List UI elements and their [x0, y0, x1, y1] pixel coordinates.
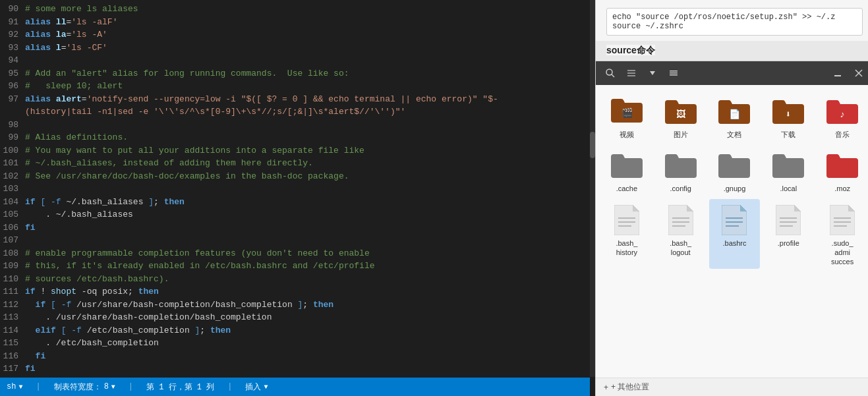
menu-button[interactable] — [664, 64, 683, 82]
fm-content[interactable]: 🎬 视频 🖼 图片 — [596, 85, 868, 378]
file-item-bashrc[interactable]: .bashrc — [709, 199, 761, 269]
shell-dropdown-icon: ▼ — [18, 383, 22, 391]
code-line-111: 111 if ! shopt -oq posix; then — [0, 285, 590, 298]
editor-scrollbar[interactable] — [590, 0, 595, 377]
file-manager-panel: echo "source /opt/ros/noetic/setup.zsh" … — [595, 0, 868, 396]
fm-section-title: source命令 — [606, 45, 655, 55]
folder-name-config: .config — [670, 184, 691, 193]
folder-name-video: 视频 — [620, 130, 634, 139]
svg-rect-6 — [670, 71, 678, 72]
code-line-95: 95 # Add an "alert" alias for long runni… — [0, 67, 590, 80]
add-locations-icon: + — [604, 383, 608, 392]
code-line-107: 107 — [0, 234, 590, 247]
svg-rect-7 — [670, 72, 678, 74]
folder-name-gnupg: .gnupg — [724, 184, 746, 193]
code-line-92: 92 alias la='ls -A' — [0, 28, 590, 42]
fm-toolbar — [596, 61, 868, 85]
file-item-bash-history[interactable]: .bash_history — [601, 199, 652, 269]
svg-point-0 — [606, 69, 612, 75]
file-name-bash-logout: .bash_logout — [670, 239, 691, 258]
code-line-105: 105 . ~/.bash_aliases — [0, 208, 590, 221]
code-line-90: 90 # some more ls aliases — [0, 3, 590, 16]
folder-name-local: .local — [780, 184, 797, 193]
tab-width-selector[interactable]: 制表符宽度： 8 ▼ — [54, 382, 115, 393]
folder-name-downloads: 下载 — [781, 130, 796, 139]
fm-command-text: echo "source /opt/ros/noetic/setup.zsh" … — [612, 13, 835, 22]
file-name-bash-history: .bash_history — [616, 239, 637, 258]
fm-command-text2: source ~/.zshrc — [612, 22, 683, 31]
folder-item-video[interactable]: 🎬 视频 — [601, 90, 652, 142]
code-line-116: 116 fi — [0, 350, 590, 363]
folder-item-music[interactable]: ♪ 音乐 — [817, 90, 868, 142]
shell-label: sh — [7, 382, 16, 391]
svg-rect-8 — [670, 74, 678, 76]
code-line-108: 108 # enable programmable completion fea… — [0, 247, 590, 260]
code-line-96: 96 # sleep 10; alert — [0, 80, 590, 93]
tab-width-label: 制表符宽度： — [54, 382, 101, 393]
folder-item-docs[interactable]: 📄 文档 — [709, 90, 761, 142]
svg-text:🎬: 🎬 — [621, 107, 633, 119]
code-line-101: 101 # ~/.bash_aliases, instead of adding… — [0, 157, 590, 170]
edit-mode-label: 插入 — [245, 382, 261, 393]
code-area[interactable]: 90 # some more ls aliases 91 alias ll='l… — [0, 0, 590, 378]
search-button[interactable] — [601, 64, 620, 82]
file-name-sudo: .sudo_admisucces — [831, 239, 854, 267]
code-line-106: 106 fi — [0, 221, 590, 235]
code-line-112: 112 if [ -f /usr/share/bash-completion/b… — [0, 298, 590, 312]
file-item-profile[interactable]: .profile — [763, 199, 814, 269]
folder-name-mozilla: .moz — [834, 184, 850, 193]
code-line-103: 103 — [0, 183, 590, 196]
code-line-102: 102 # See /usr/share/doc/bash-doc/exampl… — [0, 170, 590, 183]
folder-item-config[interactable]: .config — [655, 144, 707, 196]
cursor-position: 第 1 行，第 1 列 — [146, 382, 214, 393]
add-locations-label: + 其他位置 — [611, 382, 649, 393]
edit-mode-selector[interactable]: 插入 ▼ — [245, 382, 268, 393]
svg-text:🖼: 🖼 — [676, 109, 685, 120]
file-item-sudo[interactable]: .sudo_admisucces — [817, 199, 868, 269]
folder-item-mozilla[interactable]: .moz — [817, 144, 868, 196]
position-label: 第 1 行，第 1 列 — [146, 382, 214, 393]
folder-item-images[interactable]: 🖼 图片 — [655, 90, 707, 142]
code-line-91: 91 alias ll='ls -alF' — [0, 16, 590, 29]
svg-text:📄: 📄 — [729, 109, 741, 120]
folder-item-local[interactable]: .local — [763, 144, 814, 196]
fm-add-locations[interactable]: + + 其他位置 — [596, 378, 868, 396]
file-item-bash-logout[interactable]: .bash_logout — [655, 199, 707, 269]
code-line-97b: (history|tail -n1|sed -e '\'\'s/^\s*[0-9… — [0, 105, 590, 119]
code-line-113: 113 . /usr/share/bash-completion/bash_co… — [0, 311, 590, 324]
fm-command-display: echo "source /opt/ros/noetic/setup.zsh" … — [606, 8, 863, 36]
edit-mode-dropdown-icon: ▼ — [264, 383, 268, 391]
code-line-97: 97 alias alert='notify-send --urgency=lo… — [0, 93, 590, 106]
file-name-profile: .profile — [778, 239, 799, 248]
folder-item-cache[interactable]: .cache — [601, 144, 652, 196]
code-line-100: 100 # You may want to put all your addit… — [0, 144, 590, 157]
shell-selector[interactable]: sh ▼ — [7, 382, 22, 391]
code-line-115: 115 . /etc/bash_completion — [0, 337, 590, 350]
fm-source-section: source命令 — [596, 41, 868, 61]
status-bar: sh ▼ | 制表符宽度： 8 ▼ | 第 1 行，第 1 列 | 插入 ▼ — [0, 378, 590, 396]
folder-name-images: 图片 — [674, 130, 688, 139]
fm-grid: 🎬 视频 🖼 图片 — [601, 90, 868, 269]
svg-rect-9 — [834, 75, 841, 76]
code-line-109: 109 # this, if it's already enabled in /… — [0, 260, 590, 273]
minimize-button[interactable] — [828, 64, 847, 82]
tab-width-dropdown-icon: ▼ — [111, 383, 115, 391]
code-line-93: 93 alias l='ls -CF' — [0, 42, 590, 55]
folder-name-music: 音乐 — [835, 130, 850, 139]
tab-width-value: 8 — [104, 382, 109, 391]
code-line-98: 98 — [0, 119, 590, 132]
folder-item-gnupg[interactable]: .gnupg — [709, 144, 761, 196]
svg-text:⬇: ⬇ — [786, 109, 791, 120]
code-line-117: 117 fi — [0, 362, 590, 376]
code-line-104: 104 if [ -f ~/.bash_aliases ]; then — [0, 196, 590, 209]
svg-line-1 — [612, 74, 614, 77]
folder-item-downloads[interactable]: ⬇ 下载 — [763, 90, 814, 142]
file-name-bashrc: .bashrc — [722, 239, 746, 248]
svg-text:♪: ♪ — [840, 109, 845, 120]
sort-dropdown-button[interactable] — [643, 64, 662, 82]
list-view-button[interactable] — [622, 64, 641, 82]
editor-panel: 90 # some more ls aliases 91 alias ll='l… — [0, 0, 590, 396]
code-line-114: 114 elif [ -f /etc/bash_completion ]; th… — [0, 324, 590, 337]
code-line-99: 99 # Alias definitions. — [0, 131, 590, 144]
close-button[interactable] — [850, 64, 868, 82]
